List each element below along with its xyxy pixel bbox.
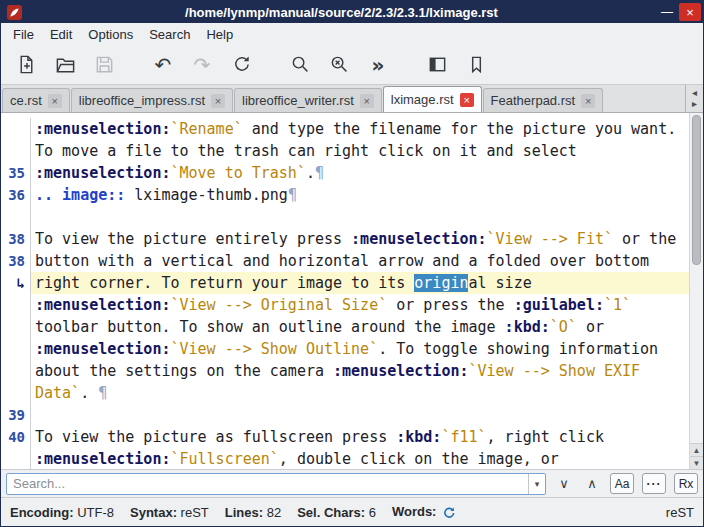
status-syntax: Syntax: reST xyxy=(130,505,209,520)
new-file-icon[interactable] xyxy=(13,52,39,78)
tab-ce.rst[interactable]: ce.rst× xyxy=(2,88,70,112)
bookmark-icon[interactable] xyxy=(463,52,489,78)
tab-close-icon[interactable]: × xyxy=(360,94,374,108)
find-replace-icon[interactable] xyxy=(326,52,352,78)
editor-line[interactable]: 39 xyxy=(1,404,689,426)
line-text: :menuselection:`View --> Show Outline`. … xyxy=(31,338,689,360)
menu-bar: FileEditOptionsSearchHelp xyxy=(1,23,703,45)
menu-file[interactable]: File xyxy=(5,25,42,44)
menu-options[interactable]: Options xyxy=(80,25,141,44)
code-segment: :menuselection: xyxy=(35,340,170,358)
tab-close-icon[interactable]: × xyxy=(48,94,62,108)
code-segment: lximage-thumb.png xyxy=(125,186,288,204)
word-count-refresh-icon[interactable] xyxy=(442,506,456,520)
code-segment: ¶ xyxy=(315,164,324,182)
line-text: :menuselection:`Move to Trash`.¶ xyxy=(31,162,689,184)
editor-line[interactable]: Data`. ¶ xyxy=(1,382,689,404)
vertical-scrollbar[interactable]: ▲ ▼ xyxy=(689,113,703,469)
scroll-down-icon[interactable]: ▼ xyxy=(690,456,703,469)
line-number xyxy=(1,206,31,228)
code-segment: :menuselection: xyxy=(35,120,170,138)
status-bar: Encoding: UTF-8Syntax: reSTLines: 82Sel.… xyxy=(1,497,703,526)
regex-button[interactable]: Rx xyxy=(674,473,698,494)
code-segment: or xyxy=(577,318,604,336)
editor-area[interactable]: :menuselection:`Rename` and type the fil… xyxy=(1,113,703,469)
search-input[interactable] xyxy=(7,476,528,491)
tab-Featherpad.rst[interactable]: Featherpad.rst× xyxy=(483,88,604,112)
scroll-up-icon[interactable]: ▲ xyxy=(690,443,703,456)
editor-line[interactable]: about the settings on the camera :menuse… xyxy=(1,360,689,382)
featherpad-window: /home/lynmp/manual/source/2/2.3/2.3.1/lx… xyxy=(0,0,704,527)
line-number: 38 xyxy=(1,250,31,272)
code-segment: `View --> Original Size` xyxy=(170,296,387,314)
code-segment: `f11` xyxy=(441,428,486,446)
search-history-dropdown-icon[interactable]: ▾ xyxy=(528,474,545,494)
code-segment: :menuselection: xyxy=(35,164,170,182)
tab-scroll-left-icon[interactable]: ◂ xyxy=(692,88,697,98)
menu-edit[interactable]: Edit xyxy=(42,25,80,44)
tab-libreoffice_writer.rst[interactable]: libreoffice_writer.rst× xyxy=(234,88,382,112)
editor-line[interactable]: :menuselection:`View --> Original Size` … xyxy=(1,294,689,316)
find-next-button[interactable]: ∨ xyxy=(554,474,574,494)
editor-line[interactable]: toolbar button. To show an outline aroun… xyxy=(1,316,689,338)
scrollbar-buttons: ▲ ▼ xyxy=(690,443,703,469)
code-segment: `Move to Trash` xyxy=(170,164,305,182)
line-number xyxy=(1,338,31,360)
tab-close-icon[interactable]: × xyxy=(581,94,595,108)
open-file-icon[interactable] xyxy=(52,52,78,78)
line-text: To view the picture entirely press :menu… xyxy=(31,228,689,250)
jump-icon[interactable]: » xyxy=(365,52,391,78)
close-button[interactable]: × xyxy=(679,3,701,21)
line-number: ↳ xyxy=(1,272,31,294)
match-case-button[interactable]: Aa xyxy=(610,473,634,494)
line-text: :menuselection:`View --> Original Size` … xyxy=(31,294,689,316)
code-segment: . xyxy=(306,164,315,182)
code-segment: :menuselection: xyxy=(333,362,468,380)
tab-lximage.rst[interactable]: lximage.rst× xyxy=(383,86,482,112)
code-segment: right corner. To return your image to it… xyxy=(35,274,414,292)
search-bar: ▾ ∨ ∧ Aa ··· Rx xyxy=(1,469,703,497)
side-pane-icon[interactable] xyxy=(424,52,450,78)
code-segment: .. image:: xyxy=(35,186,125,204)
editor-line[interactable]: :menuselection:`Rename` and type the fil… xyxy=(1,118,689,140)
line-text: To move a file to the trash can right cl… xyxy=(31,140,689,162)
line-text: button with a vertical and horizontal ar… xyxy=(31,250,689,272)
scrollbar-thumb[interactable] xyxy=(692,115,701,265)
code-segment: `View --> Show EXIF xyxy=(468,362,640,380)
tab-scroll-right-icon[interactable]: ▸ xyxy=(692,99,697,109)
tab-libreoffice_impress.rst[interactable]: libreoffice_impress.rst× xyxy=(71,88,233,112)
minimize-button[interactable]: — xyxy=(655,1,679,23)
code-segment: :menuselection: xyxy=(351,230,486,248)
editor-line[interactable]: 38button with a vertical and horizontal … xyxy=(1,250,689,272)
menu-help[interactable]: Help xyxy=(198,25,241,44)
editor-line[interactable]: To move a file to the trash can right cl… xyxy=(1,140,689,162)
editor-line[interactable]: 35:menuselection:`Move to Trash`.¶ xyxy=(1,162,689,184)
status-sel-chars: Sel. Chars: 6 xyxy=(297,505,376,520)
editor-line[interactable] xyxy=(1,206,689,228)
find-previous-button[interactable]: ∧ xyxy=(582,474,602,494)
search-icon[interactable] xyxy=(287,52,313,78)
reload-icon[interactable] xyxy=(228,52,254,78)
line-number: 39 xyxy=(1,404,31,426)
current-line[interactable]: ↳right corner. To return your image to i… xyxy=(1,272,689,294)
code-segment: or press the xyxy=(387,296,513,314)
tab-label: libreoffice_writer.rst xyxy=(242,93,354,108)
editor-line[interactable]: 40To view the picture as fullscreen pres… xyxy=(1,426,689,448)
toolbar: ↶↷» xyxy=(1,45,703,85)
tab-close-icon[interactable]: × xyxy=(211,94,225,108)
search-field: ▾ xyxy=(6,473,546,495)
editor-line[interactable]: :menuselection:`Fullscreen`, double clic… xyxy=(1,448,689,469)
whole-word-button[interactable]: ··· xyxy=(642,473,666,494)
syntax-indicator: reST xyxy=(666,505,694,520)
menu-search[interactable]: Search xyxy=(141,25,198,44)
tab-close-icon[interactable]: × xyxy=(460,93,474,107)
undo-icon[interactable]: ↶ xyxy=(150,52,176,78)
title-bar: /home/lynmp/manual/source/2/2.3/2.3.1/lx… xyxy=(1,1,703,23)
editor-line[interactable]: :menuselection:`View --> Show Outline`. … xyxy=(1,338,689,360)
line-number xyxy=(1,448,31,469)
editor-line[interactable]: 36.. image:: lximage-thumb.png¶ xyxy=(1,184,689,206)
code-segment: `O` xyxy=(550,318,577,336)
code-segment: ¶ xyxy=(288,186,297,204)
code-segment: :menuselection: xyxy=(35,296,170,314)
editor-line[interactable]: 38To view the picture entirely press :me… xyxy=(1,228,689,250)
